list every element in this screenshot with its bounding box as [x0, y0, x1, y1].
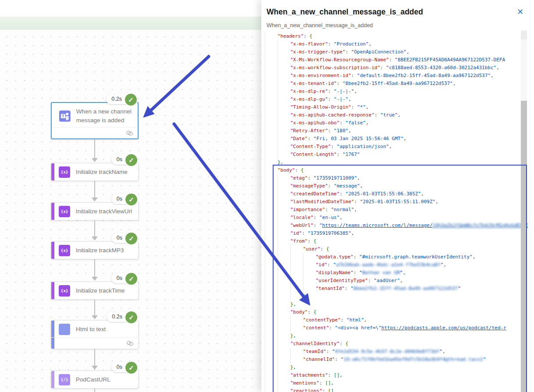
code-line: },: [265, 332, 528, 340]
indent-guide: [278, 119, 290, 127]
flow-node-podcasturl[interactable]: {/}PodCastURL0s✓: [51, 371, 139, 388]
code-token: ,: [369, 40, 372, 48]
code-token: :: [351, 72, 357, 80]
code-token: :: [308, 237, 313, 245]
code-line: "from": {: [265, 237, 528, 245]
code-line: "X-Ms-Workflow-Resourcegroup-Name": "8BE…: [265, 56, 528, 64]
code-token: "x-ms-flavor": [290, 40, 328, 48]
success-check-icon: ✓: [124, 93, 138, 106]
code-token: :: [313, 214, 319, 222]
indent-guide: [265, 72, 278, 80]
indent-guide: [265, 111, 278, 119]
indent-guide: [265, 56, 278, 64]
code-token: "application/json": [337, 143, 389, 151]
code-token: a7b34bab-aade-4bdc-a1e4-f7be53b4ca8f: [336, 261, 440, 269]
indent-guide: [290, 348, 303, 356]
code-token: "8BEE2FB215FF45AD8A49AA967122D537-DEFA: [395, 56, 505, 64]
code-token: :: [354, 198, 360, 206]
code-token: ,: [366, 119, 369, 127]
indent-guide: [265, 348, 278, 356]
flow-node-initialize-trackviewurl[interactable]: {x}Initialize trackViewUrl0s✓: [51, 202, 139, 220]
connector-arrowhead-icon: [92, 315, 98, 319]
code-link[interactable]: 19%3aZk2fQpW8cYxTb4J9rM1nHvGdE5x: [433, 222, 526, 230]
code-line: },: [265, 364, 528, 371]
indent-guide: [265, 127, 278, 135]
code-token: :: [351, 103, 357, 111]
raw-outputs-json[interactable]: "headers": {"x-ms-flavor": "Production",…: [265, 32, 528, 392]
indent-guide: [278, 230, 290, 237]
code-line: "Retry-After": "180",: [265, 127, 528, 135]
indent-guide: [278, 222, 290, 230]
code-token: :: [326, 348, 332, 356]
code-token: :: [341, 316, 346, 324]
code-link[interactable]: https://podcasts.apple.com/us/podcast/te…: [381, 324, 506, 332]
code-token: ,: [435, 198, 438, 206]
node-title: Initialize trackMP3: [76, 246, 124, 255]
indent-guide: [303, 253, 316, 261]
indent-guide: [290, 293, 303, 300]
connector-line: [94, 388, 95, 392]
node-accent-stripe: [51, 242, 54, 259]
flow-node-initialize-trackname[interactable]: {x}Initialize trackName0s✓: [51, 163, 139, 181]
connector-line: [94, 181, 95, 198]
node-accent-stripe: [51, 203, 54, 220]
flow-node-when-a-new-channel-message-is-added[interactable]: When a new channel message is added0.2s✓: [51, 102, 139, 139]
indent-guide: [278, 88, 290, 95]
code-token: "user": [303, 245, 320, 253]
close-icon[interactable]: ✕: [517, 8, 523, 16]
code-token: "2025-01-03T15:55:06.385Z": [345, 190, 421, 198]
code-line: "userIdentityType": "aadUser",: [265, 277, 528, 285]
indent-guide: [265, 182, 278, 190]
code-link[interactable]: https://teams.microsoft.com/l/message/: [322, 222, 433, 230]
code-token: :: [319, 379, 325, 387]
code-token: ,: [360, 182, 363, 190]
indent-guide: [265, 174, 278, 182]
code-token: "etag": [290, 174, 308, 182]
code-token: :: [345, 285, 350, 293]
code-token: ,: [398, 111, 401, 119]
code-line: "x-ms-flavor": "Production",: [265, 40, 528, 48]
flow-node-initialize-tracktime[interactable]: {x}Initialize trackTime0s✓: [51, 282, 139, 300]
indent-guide: [278, 356, 290, 364]
code-token: ,: [357, 174, 360, 182]
code-token: "X-Ms-Workflow-Resourcegroup-Name": [290, 56, 389, 64]
code-token: :: [308, 174, 313, 182]
code-line: "@odata.type": "#microsoft.graph.teamwor…: [265, 253, 528, 261]
status-badge: 0s✓: [111, 194, 137, 207]
code-token: "tenantId": [316, 285, 345, 293]
scrollbar-thumb[interactable]: [521, 101, 527, 392]
success-check-icon: ✓: [125, 232, 138, 245]
flow-node-html-to-text[interactable]: Html to text0.2s✓: [51, 320, 139, 349]
code-token: "8bee2fb2-15ff-45ad-8a49-aa967122d537": [342, 80, 453, 88]
code-token: "x-ms-tenant-id": [290, 80, 337, 88]
code-token: :: [374, 111, 380, 119]
connector-arrowhead-icon: [92, 366, 98, 370]
code-token: {: [313, 237, 317, 245]
code-token: :: [337, 151, 342, 159]
indent-guide: [278, 340, 290, 348]
code-token: ,: [453, 80, 456, 88]
code-token: 19:a6c71f0bfbd1ba45ef0d7c5b18a3b9f4@thre…: [344, 356, 483, 364]
code-line: "etag": "1735919711009",: [265, 174, 528, 182]
flow-node-initialize-trackmp3[interactable]: {x}Initialize trackMP30s✓: [51, 241, 139, 259]
code-token: :: [329, 324, 335, 332]
link-icon: [126, 341, 134, 346]
indent-guide: [265, 356, 278, 364]
indent-guide: [265, 237, 278, 245]
indent-guide: [265, 308, 278, 316]
code-token: :: [331, 143, 337, 151]
code-line: "id": "1735919706385",: [265, 230, 528, 237]
code-token: "#microsoft.graph.teamworkUserIdentity": [359, 253, 472, 261]
indent-guide: [278, 95, 290, 103]
status-badge: 0s✓: [111, 233, 137, 246]
indent-guide: [278, 324, 290, 332]
indent-guide: [265, 261, 278, 269]
code-token: :: [328, 88, 334, 95]
indent-guide: [265, 324, 278, 332]
code-line: "x-ms-trigger-type": "OpenApiConnection"…: [265, 48, 528, 56]
panel-title: When_a_new_channel_message_is_added: [267, 7, 423, 17]
code-token: "c8188aed-8553-4320-a60d-30212a431bbc": [386, 64, 497, 72]
indent-guide: [290, 269, 303, 277]
code-token: ,: [400, 277, 403, 285]
indent-guide: [278, 127, 290, 135]
